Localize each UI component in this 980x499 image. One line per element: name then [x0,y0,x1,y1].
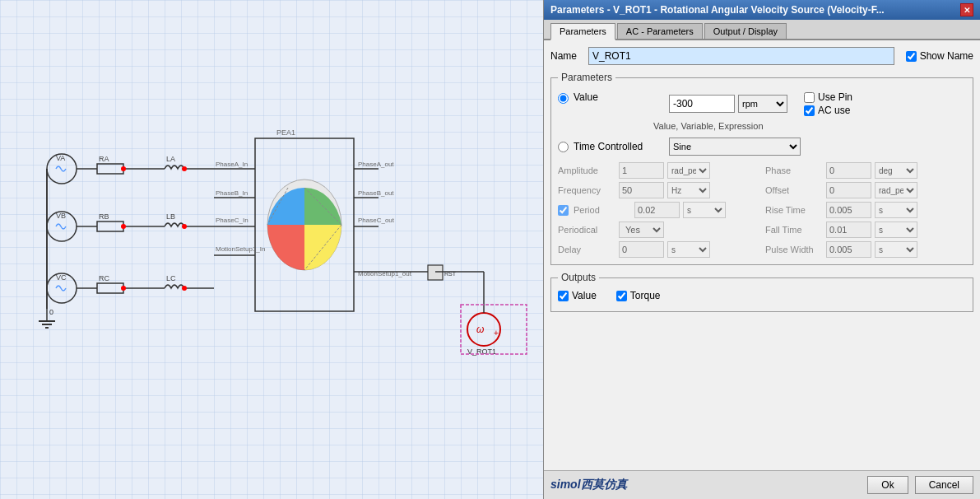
value-hint: Value, Variable, Expression [653,121,966,131]
phase-row: Phase deg [765,162,966,179]
offset-unit[interactable]: rad_per_ [875,182,917,198]
sine-select[interactable]: Sine Square Triangle Pulse [669,138,801,156]
value-radio-label: Value [574,91,664,103]
frequency-row: Frequency Hz [558,182,759,198]
svg-text:VC: VC [56,273,67,282]
delay-input[interactable] [619,241,664,258]
ok-button[interactable]: Ok [867,476,908,494]
tab-parameters[interactable]: Parameters [550,23,615,40]
svg-point-17 [121,224,126,229]
show-name-label: Show Name [920,50,973,62]
value-controls: rpm rad/s deg/s Use Pin AC use [669,91,966,116]
svg-point-28 [121,286,126,291]
svg-rect-3 [97,164,123,174]
svg-text:VA: VA [56,154,65,162]
svg-text:LC: LC [166,274,176,282]
svg-text:PEA1: PEA1 [276,128,295,137]
name-row: Name Show Name [550,47,973,65]
ac-use-checkbox[interactable] [804,105,815,116]
name-input[interactable] [588,47,894,65]
svg-text:PhaseC_out: PhaseC_out [358,217,395,224]
svg-text:RB: RB [99,212,109,221]
svg-rect-25 [97,283,123,293]
value-radio[interactable] [558,93,569,104]
pulse-width-row: Pulse Width s [765,241,966,258]
frequency-unit[interactable]: Hz [667,182,710,198]
svg-text:PhaseA_out: PhaseA_out [358,161,394,168]
amplitude-input[interactable] [619,162,664,179]
name-label: Name [550,50,583,62]
dialog-titlebar: Parameters - V_ROT1 - Rotational Angular… [544,0,980,20]
pulse-width-unit[interactable]: s [875,241,917,258]
output-torque-item: Torque [616,290,661,301]
period-checkbox[interactable] [558,205,569,216]
frequency-input[interactable] [619,182,664,198]
svg-text:0: 0 [49,308,53,316]
offset-row: Offset rad_per_ [765,182,966,198]
amplitude-row: Amplitude rad_per_ [558,162,759,179]
tab-ac-parameters[interactable]: AC - Parameters [617,23,703,39]
svg-text:MotionSetup1_In: MotionSetup1_In [216,245,266,253]
svg-text:PhaseA_In: PhaseA_In [216,161,248,168]
outputs-row: Value Torque [558,287,966,305]
fall-time-label: Fall Time [765,225,823,235]
delay-row: Delay s [558,241,759,258]
dialog-content: Name Show Name Parameters Value rpm rad/… [544,40,980,470]
fall-time-input[interactable] [826,222,871,238]
rise-time-label: Rise Time [765,205,823,215]
svg-text:+: + [494,329,499,338]
tab-output-display[interactable]: Output / Display [704,23,787,39]
phase-unit[interactable]: deg [875,162,917,179]
svg-text:RA: RA [99,155,109,163]
time-controlled-radio[interactable] [558,142,569,152]
svg-text:LB: LB [166,212,175,221]
parameters-group: Parameters Value rpm rad/s deg/s Use [550,72,973,265]
svg-text:LA: LA [166,155,175,163]
value-input[interactable] [669,95,735,113]
dialog-title: Parameters - V_ROT1 - Rotational Angular… [550,4,885,16]
output-torque-label: Torque [630,290,661,301]
phase-input[interactable] [826,162,871,179]
amplitude-unit[interactable]: rad_per_ [667,162,710,179]
period-input[interactable] [634,202,680,218]
periodical-select[interactable]: YesNo [619,222,664,238]
time-controlled-row: Time Controlled Sine Square Triangle Pul… [558,138,966,156]
phase-label: Phase [765,166,823,175]
period-row: Period s [558,202,759,218]
periodical-label: Periodical [558,225,615,235]
output-torque-checkbox[interactable] [616,291,627,301]
svg-point-21 [182,224,187,229]
svg-text:RC: RC [99,274,109,282]
circuit-panel: VA RA LA VB RB LB VC [0,0,543,499]
pulse-width-label: Pulse Width [765,245,823,254]
dialog-close-button[interactable]: ✕ [960,3,973,16]
use-pin-label: Use Pin [818,91,852,103]
unit-select[interactable]: rpm rad/s deg/s [738,95,787,113]
rise-time-unit[interactable]: s [875,202,917,218]
period-label: Period [574,205,631,215]
delay-unit[interactable]: s [667,241,710,258]
pulse-width-input[interactable] [826,241,871,258]
outputs-group: Outputs Value Torque [550,272,973,312]
cancel-button[interactable]: Cancel [915,476,973,494]
svg-point-32 [182,286,187,291]
svg-text:PhaseC_In: PhaseC_In [216,217,248,224]
offset-input[interactable] [826,182,871,198]
fall-time-row: Fall Time s [765,222,966,238]
periodical-row: Periodical YesNo [558,222,759,238]
svg-point-6 [121,166,126,171]
svg-rect-14 [97,222,123,231]
use-pin-checkbox[interactable] [804,92,815,103]
period-unit[interactable]: s [683,202,726,218]
offset-label: Offset [765,185,823,195]
parameters-group-title: Parameters [558,72,615,83]
fall-time-unit[interactable]: s [875,222,917,238]
ac-use-label: AC use [818,105,850,116]
rise-time-input[interactable] [826,202,871,218]
show-name-checkbox[interactable] [906,51,917,62]
time-controlled-label: Time Controlled [574,141,664,152]
frequency-label: Frequency [558,185,615,195]
output-value-checkbox[interactable] [558,291,569,301]
svg-text:PhaseB_In: PhaseB_In [216,189,248,197]
show-name-group: Show Name [906,50,973,62]
